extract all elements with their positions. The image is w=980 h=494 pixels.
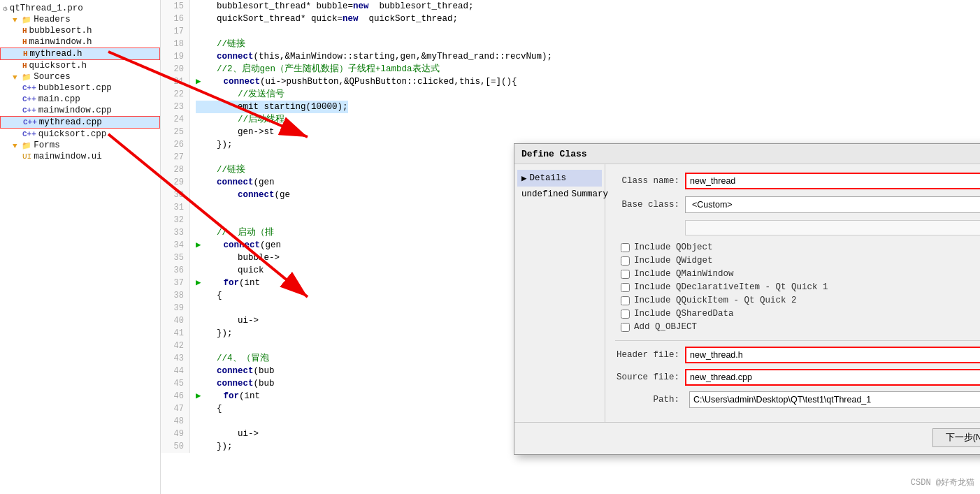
source-file-label: Source file:	[615, 372, 685, 382]
line-number: 49	[161, 428, 190, 440]
line-number: 48	[161, 415, 190, 428]
sidebar-item-forms[interactable]: ▼ 📁Forms	[0, 140, 160, 151]
line-content[interactable]: //链接	[190, 38, 245, 50]
separator-line	[615, 340, 980, 341]
checkbox-row-include-qquickitem: Include QQuickItem - Qt Quick 2	[621, 296, 980, 305]
line-content[interactable]: });	[190, 440, 233, 453]
line-number: 45	[161, 377, 190, 390]
line-content[interactable]: quick	[190, 264, 264, 277]
line-content[interactable]: bubblesort_thread* bubble=new bubblesort…	[190, 0, 474, 13]
line-number: 18	[161, 38, 190, 50]
line-number: 50	[161, 440, 190, 453]
sidebar-item-qtthread-pro[interactable]: ⚙qtThread_1.pro	[0, 3, 160, 14]
line-number: 25	[161, 126, 190, 138]
cpp-file-icon: C++	[22, 95, 36, 103]
line-number: 40	[161, 314, 190, 327]
class-name-input[interactable]	[685, 173, 980, 189]
line-content[interactable]: ▶ connect(gen	[190, 239, 281, 252]
sidebar-label: bubblesort.h	[29, 26, 92, 36]
line-content[interactable]: ▶ connect(ui->pushButton,&QPushButton::c…	[190, 75, 517, 88]
source-file-input[interactable]	[685, 369, 980, 386]
checkbox-add-qobject[interactable]	[621, 323, 630, 332]
checkbox-include-qmainwindow[interactable]	[621, 270, 630, 279]
line-content[interactable]: //启动线程	[190, 113, 284, 126]
line-content[interactable]: //发送信号	[190, 88, 284, 101]
line-number: 38	[161, 289, 190, 302]
line-content[interactable]: {	[190, 402, 222, 415]
sidebar-item-sources[interactable]: ▼ 📁Sources	[0, 71, 160, 82]
code-line: 25 gen->st	[161, 126, 980, 138]
line-number: 20	[161, 63, 190, 75]
line-content[interactable]: connect(this,&MainWindow::starting,gen,&…	[190, 50, 552, 63]
line-content[interactable]: {	[190, 289, 222, 302]
dialog-sidebar-item-summary[interactable]: undefinedSummary	[517, 187, 602, 202]
sidebar-item-mainwindow-cpp[interactable]: C++mainwindow.cpp	[0, 105, 160, 116]
checkbox-label-include-qshareddata: Include QSharedData	[634, 309, 734, 319]
line-content[interactable]: connect(bub	[190, 365, 275, 377]
sidebar-item-quicksort-cpp[interactable]: C++quicksort.cpp	[0, 129, 160, 140]
sidebar-label: Headers	[34, 15, 71, 24]
dialog-sidebar-item-details[interactable]: ▶Details	[517, 170, 602, 187]
line-content[interactable]: quickSort_thread* quick=new quickSort_th…	[190, 13, 458, 25]
line-number: 31	[161, 201, 190, 214]
h-file-icon: H	[22, 38, 27, 46]
sidebar-item-bubblesort-h[interactable]: Hbubblesort.h	[0, 25, 160, 36]
next-button[interactable]: 下一步(N)	[932, 428, 980, 447]
dialog-sidebar-label: Summary	[572, 189, 609, 199]
line-content[interactable]: bubble->	[190, 252, 280, 264]
base-class-select[interactable]: <Custom>QObjectQWidgetQMainWindow	[685, 196, 980, 213]
line-content[interactable]: ▶ for(int	[190, 390, 260, 402]
checkbox-include-qshareddata[interactable]	[621, 310, 630, 319]
checkbox-include-qwidget[interactable]	[621, 256, 630, 266]
sidebar-item-mainwindow-h[interactable]: Hmainwindow.h	[0, 36, 160, 48]
line-number: 30	[161, 189, 190, 201]
code-line: 17	[161, 25, 980, 38]
cpp-file-icon: C++	[22, 106, 36, 115]
optional-input[interactable]	[685, 220, 980, 235]
line-content[interactable]: ui->	[190, 314, 259, 327]
line-content[interactable]: //2、启动gen（产生随机数据）子线程+lambda表达式	[190, 63, 440, 75]
class-name-label: Class name:	[615, 176, 685, 186]
line-content[interactable]: emit starting(10000);	[190, 101, 348, 113]
line-content[interactable]: ui->	[190, 428, 259, 440]
header-file-input[interactable]	[685, 347, 980, 363]
arrow-indicator: ▶	[196, 77, 201, 87]
line-number: 19	[161, 50, 190, 63]
sidebar-item-quicksort-h[interactable]: Hquicksort.h	[0, 60, 160, 71]
sidebar-item-mainwindow-ui[interactable]: UImainwindow.ui	[0, 151, 160, 162]
base-class-row: Base class: <Custom>QObjectQWidgetQMainW…	[615, 196, 980, 213]
optional-row	[615, 220, 980, 235]
line-content[interactable]: gen->st	[190, 126, 275, 138]
code-line: 18 //链接	[161, 38, 980, 50]
code-line: 24 //启动线程	[161, 113, 980, 126]
sidebar-label: Sources	[34, 72, 71, 82]
checkbox-include-qquickitem[interactable]	[621, 296, 630, 305]
line-content[interactable]: //4、（冒泡	[190, 352, 269, 365]
dialog-sidebar: ▶DetailsundefinedSummary	[514, 164, 605, 422]
line-content[interactable]: //链接	[190, 164, 245, 176]
checkbox-label-add-qobject: Add Q_OBJECT	[634, 322, 697, 332]
line-number: 34	[161, 239, 190, 252]
sidebar-item-main-cpp[interactable]: C++main.cpp	[0, 94, 160, 105]
checkbox-include-qobject[interactable]	[621, 243, 630, 252]
sidebar: ⚙qtThread_1.pro▼ 📁HeadersHbubblesort.hHm…	[0, 0, 161, 494]
checkbox-include-qdeclarativeitem[interactable]	[621, 283, 630, 292]
line-content[interactable]: connect(gen	[190, 176, 275, 189]
line-number: 24	[161, 113, 190, 126]
sidebar-item-headers[interactable]: ▼ 📁Headers	[0, 14, 160, 25]
sidebar-item-mythread-cpp[interactable]: C++mythread.cpp	[0, 116, 160, 129]
line-content[interactable]: });	[190, 138, 233, 151]
line-content[interactable]: ▶ for(int	[190, 277, 260, 289]
path-input[interactable]	[689, 391, 980, 408]
line-content[interactable]: });	[190, 327, 233, 340]
dialog-title: Define Class	[521, 149, 587, 159]
line-content[interactable]: // 启动（排	[190, 226, 274, 239]
line-number: 22	[161, 88, 190, 101]
sidebar-item-mythread-h[interactable]: Hmythread.h	[0, 48, 160, 60]
line-content[interactable]: connect(bub	[190, 377, 275, 390]
line-number: 17	[161, 25, 190, 38]
base-class-select-wrapper: <Custom>QObjectQWidgetQMainWindow	[685, 196, 980, 213]
line-content[interactable]: connect(ge	[190, 189, 290, 201]
sidebar-item-bubblesort-cpp[interactable]: C++bubblesort.cpp	[0, 82, 160, 94]
line-number: 36	[161, 264, 190, 277]
